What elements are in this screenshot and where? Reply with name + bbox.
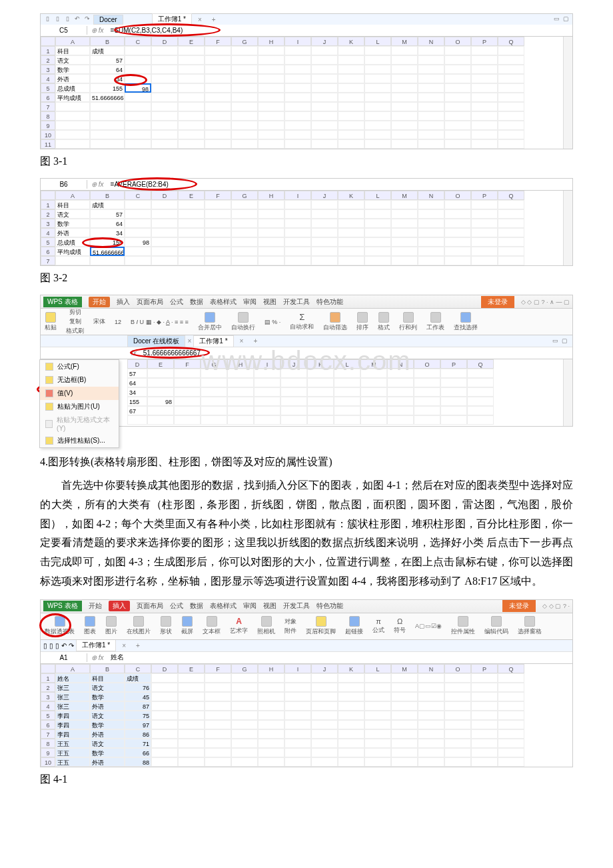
cell[interactable] xyxy=(125,102,151,111)
cell[interactable] xyxy=(205,748,231,757)
cell[interactable] xyxy=(498,729,524,739)
cell[interactable] xyxy=(311,748,338,757)
menu-tab[interactable]: 公式 xyxy=(170,297,183,307)
column-header[interactable]: L xyxy=(334,359,360,369)
cell[interactable] xyxy=(201,415,227,425)
cell[interactable] xyxy=(391,139,418,149)
add-tab-icon[interactable]: + xyxy=(208,15,220,24)
cell[interactable] xyxy=(471,74,498,83)
row-header[interactable]: 1 xyxy=(41,46,55,55)
column-header[interactable]: G xyxy=(231,37,258,46)
cell[interactable] xyxy=(364,247,391,256)
column-header[interactable]: L xyxy=(364,664,391,673)
column-header[interactable]: K xyxy=(307,359,334,369)
cell[interactable] xyxy=(258,739,285,748)
column-header[interactable]: N xyxy=(387,359,414,369)
column-header[interactable]: G xyxy=(231,191,258,200)
cell[interactable] xyxy=(311,228,338,237)
cell[interactable] xyxy=(334,406,360,415)
cell[interactable] xyxy=(414,378,440,387)
column-header[interactable]: M xyxy=(391,37,418,46)
cell[interactable] xyxy=(178,247,205,256)
cell[interactable] xyxy=(471,228,498,237)
cell[interactable] xyxy=(55,130,90,139)
menu-item-special[interactable]: 选择性粘贴(S)... xyxy=(40,434,119,447)
cell[interactable] xyxy=(125,130,151,139)
add-tab-icon[interactable]: + xyxy=(132,641,144,650)
cell[interactable] xyxy=(360,406,387,415)
row-header[interactable]: 8 xyxy=(41,111,55,121)
cell[interactable] xyxy=(178,256,205,265)
cell[interactable] xyxy=(147,406,174,415)
cell[interactable] xyxy=(338,55,364,65)
row-header[interactable]: 8 xyxy=(41,739,55,748)
cell[interactable] xyxy=(307,406,334,415)
cell[interactable] xyxy=(227,369,254,378)
cell[interactable]: 外语 xyxy=(90,757,125,767)
cell[interactable] xyxy=(334,397,360,406)
cell[interactable] xyxy=(387,369,414,378)
cell[interactable] xyxy=(178,55,205,65)
menu-item-values[interactable]: 值(V) xyxy=(40,387,119,400)
new-tab-icon[interactable]: × xyxy=(194,15,206,24)
cell[interactable]: 王五 xyxy=(55,739,90,748)
cell[interactable] xyxy=(205,673,231,683)
cell[interactable] xyxy=(440,406,467,415)
column-header[interactable]: K xyxy=(338,664,364,673)
maximize-icon[interactable]: ▢ xyxy=(562,15,570,23)
cell[interactable] xyxy=(55,111,90,121)
column-header[interactable]: H xyxy=(258,191,285,200)
cell[interactable] xyxy=(338,692,364,701)
cell[interactable] xyxy=(258,46,285,55)
column-header[interactable]: M xyxy=(391,191,418,200)
menu-tab[interactable]: 开始 xyxy=(89,601,102,611)
cell[interactable]: 语文 xyxy=(90,683,125,692)
cell[interactable]: 75 xyxy=(125,711,151,720)
cell[interactable] xyxy=(258,711,285,720)
name-box[interactable]: B6 xyxy=(41,180,87,189)
cell[interactable] xyxy=(258,55,285,65)
column-header[interactable]: A xyxy=(55,664,90,673)
cell[interactable] xyxy=(364,720,391,729)
code-button[interactable]: 编辑代码 xyxy=(484,616,508,636)
cell[interactable] xyxy=(360,387,387,397)
cell[interactable]: 98 xyxy=(125,83,151,93)
cell[interactable] xyxy=(205,74,231,83)
cell[interactable] xyxy=(205,65,231,74)
cell[interactable] xyxy=(364,692,391,701)
cell[interactable] xyxy=(360,378,387,387)
column-header[interactable]: P xyxy=(440,359,467,369)
cell[interactable] xyxy=(231,93,258,102)
cell[interactable] xyxy=(414,387,440,397)
cell[interactable] xyxy=(151,83,178,93)
cell[interactable] xyxy=(364,256,391,265)
column-header[interactable]: J xyxy=(311,37,338,46)
cell[interactable] xyxy=(444,200,471,209)
row-header[interactable]: 3 xyxy=(41,65,55,74)
column-header[interactable]: E xyxy=(147,359,174,369)
cell[interactable] xyxy=(258,256,285,265)
cell[interactable] xyxy=(147,415,174,425)
column-header[interactable]: P xyxy=(471,37,498,46)
cell[interactable] xyxy=(364,729,391,739)
cell[interactable] xyxy=(201,406,227,415)
cell[interactable] xyxy=(127,415,147,425)
cell[interactable] xyxy=(231,55,258,65)
cell[interactable] xyxy=(418,130,444,139)
redo-icon[interactable]: ↷ xyxy=(83,15,91,23)
cell[interactable]: 成绩 xyxy=(90,46,125,55)
cell[interactable]: 数学 xyxy=(55,219,90,228)
cell[interactable]: 王五 xyxy=(55,748,90,757)
column-header[interactable]: B xyxy=(90,37,125,46)
cell[interactable] xyxy=(334,387,360,397)
format-button[interactable]: 格式 xyxy=(378,312,390,332)
fx-icon[interactable]: ⊕ fx xyxy=(87,653,108,662)
cell[interactable] xyxy=(285,111,311,121)
cell[interactable] xyxy=(281,369,307,378)
cell[interactable] xyxy=(178,139,205,149)
cell[interactable] xyxy=(55,102,90,111)
cell[interactable] xyxy=(178,711,205,720)
cell[interactable] xyxy=(364,739,391,748)
cell[interactable] xyxy=(414,406,440,415)
cell[interactable] xyxy=(205,720,231,729)
